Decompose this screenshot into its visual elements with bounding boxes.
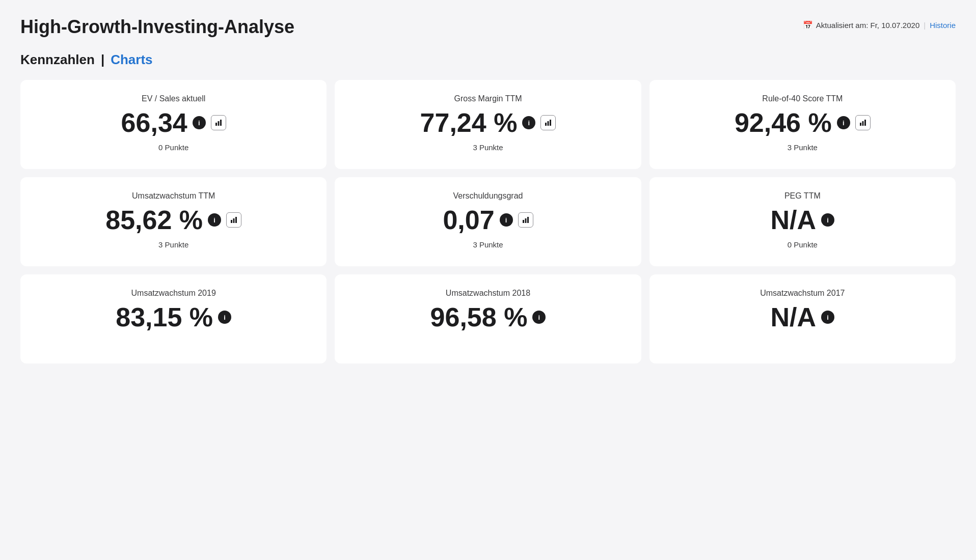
chart-button-gross-margin[interactable] bbox=[540, 115, 556, 130]
history-link[interactable]: Historie bbox=[930, 21, 956, 30]
card-verschuldungsgrad: Verschuldungsgrad0,07i3 Punkte bbox=[335, 177, 641, 266]
svg-rect-7 bbox=[862, 121, 863, 126]
info-button-umsatzwachstum-2018[interactable]: i bbox=[532, 311, 546, 324]
card-value-umsatzwachstum-2019: 83,15 % bbox=[116, 304, 213, 330]
info-button-ev-sales[interactable]: i bbox=[193, 116, 206, 129]
card-value-verschuldungsgrad: 0,07 bbox=[443, 207, 494, 233]
card-value-row-verschuldungsgrad: 0,07i bbox=[443, 207, 533, 233]
svg-rect-11 bbox=[235, 217, 237, 223]
card-points-ev-sales: 0 Punkte bbox=[158, 143, 188, 152]
card-value-peg-ttm: N/A bbox=[771, 207, 817, 233]
page-header: High-Growth-Investing-Analyse 📅 Aktualis… bbox=[20, 16, 956, 38]
card-umsatzwachstum-2018: Umsatzwachstum 201896,58 %i bbox=[335, 274, 641, 363]
svg-rect-13 bbox=[525, 218, 526, 223]
svg-rect-9 bbox=[231, 220, 232, 223]
card-points-umsatzwachstum-ttm: 3 Punkte bbox=[158, 240, 188, 249]
svg-rect-5 bbox=[550, 120, 551, 126]
section-nav: Kennzahlen | Charts bbox=[20, 52, 956, 68]
card-label-rule-of-40: Rule-of-40 Score TTM bbox=[762, 94, 843, 103]
card-label-umsatzwachstum-2019: Umsatzwachstum 2019 bbox=[131, 289, 216, 298]
card-label-peg-ttm: PEG TTM bbox=[784, 191, 821, 201]
card-gross-margin: Gross Margin TTM77,24 %i3 Punkte bbox=[335, 80, 641, 169]
card-value-row-umsatzwachstum-2017: N/Ai bbox=[771, 304, 835, 330]
card-label-ev-sales: EV / Sales aktuell bbox=[142, 94, 205, 103]
card-value-row-umsatzwachstum-2018: 96,58 %i bbox=[430, 304, 546, 330]
card-ev-sales: EV / Sales aktuell66,34i0 Punkte bbox=[20, 80, 327, 169]
card-value-umsatzwachstum-2018: 96,58 % bbox=[430, 304, 528, 330]
tab-charts[interactable]: Charts bbox=[111, 52, 152, 68]
svg-rect-1 bbox=[218, 121, 219, 126]
info-button-verschuldungsgrad[interactable]: i bbox=[500, 213, 513, 227]
card-points-rule-of-40: 3 Punkte bbox=[788, 143, 818, 152]
info-button-umsatzwachstum-2019[interactable]: i bbox=[218, 311, 231, 324]
info-button-rule-of-40[interactable]: i bbox=[837, 116, 850, 129]
cards-grid: EV / Sales aktuell66,34i0 PunkteGross Ma… bbox=[20, 80, 956, 363]
card-umsatzwachstum-2019: Umsatzwachstum 201983,15 %i bbox=[20, 274, 327, 363]
page-title: High-Growth-Investing-Analyse bbox=[20, 16, 294, 38]
card-value-row-peg-ttm: N/Ai bbox=[771, 207, 835, 233]
card-value-umsatzwachstum-ttm: 85,62 % bbox=[105, 207, 203, 233]
chart-button-umsatzwachstum-ttm[interactable] bbox=[226, 212, 241, 228]
card-value-umsatzwachstum-2017: N/A bbox=[771, 304, 817, 330]
card-value-row-ev-sales: 66,34i bbox=[121, 109, 226, 136]
updated-info: 📅 Aktualisiert am: Fr, 10.07.2020 | Hist… bbox=[803, 20, 956, 30]
card-value-row-rule-of-40: 92,46 %i bbox=[735, 109, 871, 136]
svg-rect-4 bbox=[548, 121, 549, 126]
card-label-verschuldungsgrad: Verschuldungsgrad bbox=[453, 191, 523, 201]
info-button-umsatzwachstum-ttm[interactable]: i bbox=[208, 213, 221, 227]
card-points-peg-ttm: 0 Punkte bbox=[788, 240, 818, 249]
svg-rect-14 bbox=[527, 217, 529, 223]
card-points-gross-margin: 3 Punkte bbox=[473, 143, 503, 152]
card-umsatzwachstum-ttm: Umsatzwachstum TTM85,62 %i3 Punkte bbox=[20, 177, 327, 266]
card-rule-of-40: Rule-of-40 Score TTM92,46 %i3 Punkte bbox=[649, 80, 956, 169]
svg-rect-12 bbox=[523, 220, 524, 223]
card-value-rule-of-40: 92,46 % bbox=[735, 109, 832, 136]
title-section: High-Growth-Investing-Analyse bbox=[20, 16, 294, 38]
card-label-umsatzwachstum-2017: Umsatzwachstum 2017 bbox=[760, 289, 845, 298]
card-value-row-umsatzwachstum-2019: 83,15 %i bbox=[116, 304, 231, 330]
info-button-gross-margin[interactable]: i bbox=[522, 116, 535, 129]
card-value-row-gross-margin: 77,24 %i bbox=[420, 109, 556, 136]
updated-text: Aktualisiert am: Fr, 10.07.2020 bbox=[816, 21, 919, 30]
card-umsatzwachstum-2017: Umsatzwachstum 2017N/Ai bbox=[649, 274, 956, 363]
svg-rect-6 bbox=[860, 123, 861, 126]
svg-rect-0 bbox=[215, 123, 217, 126]
card-value-ev-sales: 66,34 bbox=[121, 109, 187, 136]
card-label-umsatzwachstum-2018: Umsatzwachstum 2018 bbox=[446, 289, 530, 298]
chart-button-rule-of-40[interactable] bbox=[855, 115, 871, 130]
svg-rect-10 bbox=[233, 218, 235, 223]
chart-button-ev-sales[interactable] bbox=[211, 115, 226, 130]
info-button-umsatzwachstum-2017[interactable]: i bbox=[821, 311, 834, 324]
card-peg-ttm: PEG TTMN/Ai0 Punkte bbox=[649, 177, 956, 266]
pipe-separator: | bbox=[924, 21, 926, 30]
card-value-row-umsatzwachstum-ttm: 85,62 %i bbox=[105, 207, 241, 233]
svg-rect-3 bbox=[545, 123, 547, 126]
card-label-umsatzwachstum-ttm: Umsatzwachstum TTM bbox=[132, 191, 215, 201]
svg-rect-2 bbox=[220, 120, 222, 126]
info-button-peg-ttm[interactable]: i bbox=[821, 213, 834, 227]
calendar-icon: 📅 bbox=[803, 20, 813, 30]
chart-button-verschuldungsgrad[interactable] bbox=[518, 212, 533, 228]
card-label-gross-margin: Gross Margin TTM bbox=[454, 94, 522, 103]
tab-kennzahlen[interactable]: Kennzahlen bbox=[20, 52, 95, 68]
card-points-verschuldungsgrad: 3 Punkte bbox=[473, 240, 503, 249]
nav-separator: | bbox=[101, 52, 104, 68]
card-value-gross-margin: 77,24 % bbox=[420, 109, 518, 136]
svg-rect-8 bbox=[864, 120, 866, 126]
